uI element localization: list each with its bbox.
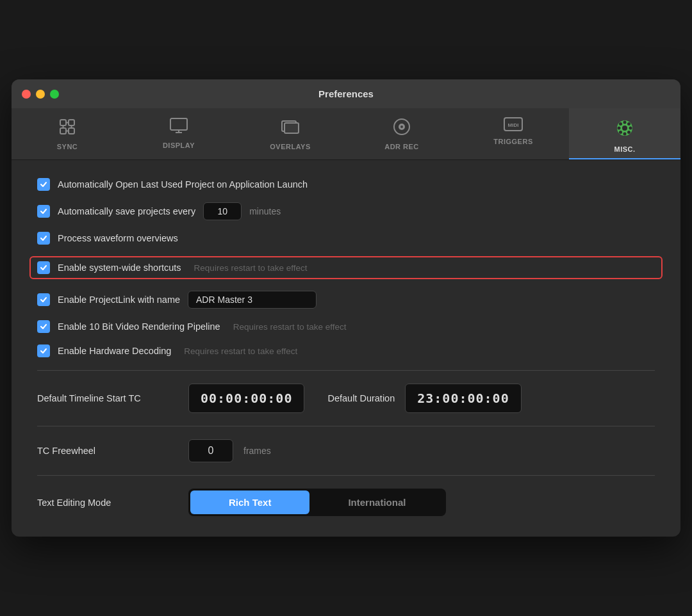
svg-point-19 bbox=[622, 126, 627, 131]
project-link-row: Enable ProjectLink with name ADR Master … bbox=[37, 291, 655, 309]
process-waveform-row: Process waveform overviews bbox=[37, 232, 655, 245]
tab-misc-label: MISC. bbox=[614, 145, 635, 153]
svg-point-25 bbox=[627, 131, 630, 134]
svg-point-23 bbox=[629, 127, 632, 130]
tab-bar: SYNC DISPLAY OVERLAYS bbox=[12, 108, 680, 160]
tab-sync[interactable]: SYNC bbox=[12, 108, 123, 159]
hardware-decoding-label: Enable Hardware Decoding bbox=[58, 346, 171, 356]
international-button[interactable]: International bbox=[309, 490, 444, 514]
tab-display-label: DISPLAY bbox=[163, 142, 195, 149]
sync-icon bbox=[58, 117, 77, 139]
tc-start-label: Default Timeline Start TC bbox=[37, 393, 178, 403]
preferences-window: Preferences SYNC bbox=[12, 79, 680, 537]
svg-rect-12 bbox=[284, 123, 299, 133]
process-waveform-label: Process waveform overviews bbox=[58, 233, 178, 243]
freewheel-input[interactable]: 0 bbox=[188, 439, 233, 462]
svg-rect-0 bbox=[60, 120, 66, 126]
tc-duration-label: Default Duration bbox=[327, 393, 395, 403]
hardware-decoding-row: Enable Hardware Decoding Requires restar… bbox=[37, 344, 655, 357]
tab-overlays[interactable]: OVERLAYS bbox=[235, 108, 346, 159]
freewheel-unit: frames bbox=[243, 446, 271, 456]
tab-adr-rec[interactable]: ADR REC bbox=[346, 108, 457, 159]
divider-1 bbox=[37, 370, 655, 371]
auto-save-checkbox[interactable] bbox=[37, 205, 50, 218]
display-icon bbox=[169, 117, 188, 138]
tab-adr-rec-label: ADR REC bbox=[384, 143, 419, 150]
tc-duration-value[interactable]: 23:00:00:00 bbox=[405, 384, 521, 413]
overlays-icon bbox=[281, 117, 300, 139]
system-shortcuts-hint: Requires restart to take effect bbox=[194, 263, 308, 273]
freewheel-label: TC Freewheel bbox=[37, 446, 178, 456]
svg-rect-8 bbox=[170, 118, 187, 130]
ten-bit-video-checkbox[interactable] bbox=[37, 320, 50, 333]
system-shortcuts-label: Enable system-wide shortcuts bbox=[58, 263, 181, 273]
auto-open-label: Automatically Open Last Used Project on … bbox=[58, 179, 308, 190]
adr-rec-icon bbox=[392, 117, 411, 139]
svg-point-27 bbox=[627, 122, 630, 126]
auto-open-row: Automatically Open Last Used Project on … bbox=[37, 178, 655, 191]
auto-save-unit: minutes bbox=[249, 206, 281, 216]
hardware-decoding-hint: Requires restart to take effect bbox=[184, 346, 297, 356]
tab-overlays-label: OVERLAYS bbox=[270, 143, 311, 150]
maximize-button[interactable] bbox=[50, 90, 59, 99]
ten-bit-video-label: Enable 10 Bit Video Rendering Pipeline bbox=[58, 321, 220, 332]
tc-start-value[interactable]: 00:00:00:00 bbox=[188, 384, 304, 413]
svg-point-15 bbox=[400, 126, 403, 128]
close-button[interactable] bbox=[22, 90, 31, 99]
triggers-icon: MIDI bbox=[504, 117, 523, 134]
system-shortcuts-checkbox[interactable] bbox=[37, 261, 50, 274]
ten-bit-video-hint: Requires restart to take effect bbox=[233, 322, 347, 332]
divider-3 bbox=[37, 475, 655, 476]
misc-icon bbox=[614, 117, 636, 142]
divider-2 bbox=[37, 426, 655, 426]
project-link-checkbox[interactable] bbox=[37, 293, 50, 306]
svg-rect-3 bbox=[69, 128, 74, 134]
auto-save-label: Automatically save projects every bbox=[58, 206, 195, 216]
titlebar: Preferences bbox=[12, 79, 680, 108]
ten-bit-video-row: Enable 10 Bit Video Rendering Pipeline R… bbox=[37, 320, 655, 333]
tab-triggers[interactable]: MIDI TRIGGERS bbox=[457, 108, 569, 159]
minimize-button[interactable] bbox=[36, 90, 45, 99]
svg-rect-1 bbox=[69, 120, 74, 126]
project-link-input[interactable]: ADR Master 3 bbox=[188, 291, 317, 309]
svg-rect-2 bbox=[60, 128, 66, 134]
tab-misc[interactable]: MISC. bbox=[569, 108, 680, 159]
svg-point-21 bbox=[623, 133, 627, 136]
text-editing-label: Text Editing Mode bbox=[37, 498, 178, 508]
settings-content: Automatically Open Last Used Project on … bbox=[12, 160, 680, 537]
hardware-decoding-checkbox[interactable] bbox=[37, 344, 50, 357]
freewheel-row: TC Freewheel 0 frames bbox=[37, 439, 655, 462]
svg-point-22 bbox=[618, 127, 621, 130]
tab-display[interactable]: DISPLAY bbox=[123, 108, 235, 159]
window-title: Preferences bbox=[318, 88, 374, 99]
process-waveform-checkbox[interactable] bbox=[37, 232, 50, 245]
svg-point-26 bbox=[619, 131, 622, 134]
timecode-row: Default Timeline Start TC 00:00:00:00 De… bbox=[37, 384, 655, 413]
traffic-lights bbox=[22, 90, 59, 99]
svg-text:MIDI: MIDI bbox=[508, 122, 519, 128]
svg-point-20 bbox=[623, 121, 627, 124]
rich-text-button[interactable]: Rich Text bbox=[190, 490, 309, 514]
project-link-label: Enable ProjectLink with name bbox=[58, 295, 180, 305]
auto-open-checkbox[interactable] bbox=[37, 178, 50, 191]
svg-point-24 bbox=[619, 122, 622, 126]
text-editing-segmented: Rich Text International bbox=[188, 489, 446, 516]
auto-save-row: Automatically save projects every 10 min… bbox=[37, 202, 655, 220]
text-editing-row: Text Editing Mode Rich Text Internationa… bbox=[37, 489, 655, 516]
tab-triggers-label: TRIGGERS bbox=[493, 138, 532, 145]
auto-save-input[interactable]: 10 bbox=[203, 202, 242, 220]
system-shortcuts-row: Enable system-wide shortcuts Requires re… bbox=[29, 256, 663, 279]
tab-sync-label: SYNC bbox=[57, 143, 78, 150]
